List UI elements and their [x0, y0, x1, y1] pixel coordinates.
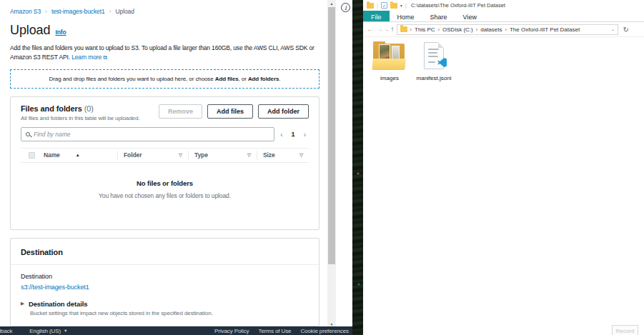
learn-more-link[interactable]: Learn more — [71, 54, 101, 61]
window-title: C:\datasets\The Oxford-IIIT Pet Dataset — [411, 2, 505, 9]
refresh-button[interactable]: ↻ — [623, 26, 629, 34]
column-name-label: Name — [44, 151, 60, 159]
desktop-wallpaper — [352, 0, 363, 335]
search-row: ‹ 1 › — [21, 127, 309, 141]
column-header-type[interactable]: Type ▽ — [188, 151, 257, 160]
aws-s3-upload-page: Amazon S3 › test-images-bucket1 › Upload… — [0, 0, 352, 335]
column-size-label: Size — [263, 151, 275, 159]
file-item-manifest-jsonl[interactable]: manifest.jsonl — [410, 40, 457, 81]
external-link-icon: ⧉ — [103, 54, 107, 61]
record-button[interactable]: Record — [612, 325, 638, 335]
file-item-images[interactable]: images — [366, 40, 413, 81]
address-item-datasets[interactable]: datasets — [480, 26, 502, 33]
empty-state-title: No files or folders — [21, 179, 309, 187]
filter-icon[interactable]: ▽ — [299, 152, 303, 158]
dropzone-period: . — [279, 76, 280, 82]
dropzone-or-text: , or — [239, 76, 248, 82]
address-chevron-icon[interactable]: › — [476, 26, 478, 33]
column-header-folder[interactable]: Folder ▽ — [117, 151, 188, 160]
page-number[interactable]: 1 — [292, 131, 295, 138]
window-folder-icon — [367, 3, 374, 9]
breadcrumb-current: Upload — [116, 8, 134, 15]
nav-history-dropdown-icon[interactable]: ⌄ — [385, 27, 389, 31]
select-all-checkbox[interactable] — [29, 152, 35, 159]
address-item-pet-dataset[interactable]: The Oxford-IIIT Pet Dataset — [510, 26, 580, 33]
column-folder-label: Folder — [124, 151, 142, 159]
screen: Amazon S3 › test-images-bucket1 › Upload… — [0, 0, 644, 335]
destination-bucket-link[interactable]: s3://test-images-bucket1 — [21, 284, 309, 291]
qat-dropdown-icon[interactable]: ▾ — [400, 4, 402, 8]
address-dropdown-icon[interactable]: ⌄ — [611, 27, 615, 31]
search-box — [21, 127, 274, 141]
page-fold-corner — [438, 42, 444, 48]
column-header-name[interactable]: Name ▲ — [42, 151, 117, 159]
jsonl-file-icon — [416, 40, 452, 73]
qat-properties-check-icon[interactable]: ✓ — [381, 2, 387, 9]
destination-card-title: Destination — [21, 248, 63, 256]
folder-front — [372, 59, 405, 70]
destination-card-body: Destination s3://test-images-bucket1 ▶ D… — [11, 265, 319, 326]
terms-of-use-link[interactable]: Terms of Use — [259, 328, 292, 334]
ribbon-tab-share[interactable]: Share — [422, 11, 455, 21]
address-chevron-icon[interactable]: › — [410, 26, 412, 33]
breadcrumb-link-amazon-s3[interactable]: Amazon S3 — [10, 8, 41, 15]
privacy-policy-link[interactable]: Privacy Policy — [214, 328, 249, 334]
scroll-up-icon[interactable]: ▲ — [327, 0, 336, 6]
add-folder-button[interactable]: Add folder — [258, 104, 309, 119]
destination-details-expander[interactable]: ▶ Destination details — [21, 300, 309, 308]
files-card-title: Files and folders (0) — [21, 104, 139, 113]
scroll-thumb[interactable] — [328, 7, 335, 264]
ribbon-tab-view[interactable]: View — [455, 11, 485, 21]
files-count: (0) — [84, 104, 94, 113]
select-all-cell — [21, 152, 42, 159]
qat-new-folder-icon[interactable] — [390, 3, 397, 9]
feedback-link[interactable]: Feedback — [0, 328, 12, 334]
address-chevron-icon[interactable]: › — [438, 26, 440, 33]
search-input[interactable] — [34, 131, 269, 138]
qat-separator: | — [377, 2, 378, 9]
files-and-folders-card: Files and folders (0) All files and fold… — [10, 96, 319, 230]
footer-links: Privacy Policy Terms of Use Cookie prefe… — [214, 328, 352, 334]
address-item-osdisk[interactable]: OSDisk (C:) — [442, 26, 473, 33]
aws-content: Amazon S3 › test-images-bucket1 › Upload… — [10, 6, 319, 335]
nav-back-button[interactable]: ← — [367, 26, 374, 33]
sort-asc-icon[interactable]: ▲ — [76, 153, 80, 157]
nav-forward-button[interactable]: → — [376, 26, 383, 33]
info-circle-icon: i — [341, 3, 350, 12]
explorer-titlebar[interactable]: | ✓ ▾ | C:\datasets\The Oxford-IIIT Pet … — [363, 0, 644, 11]
files-card-subtitle: All files and folders in this table will… — [21, 115, 139, 121]
file-label: manifest.jsonl — [417, 75, 452, 81]
remove-button[interactable]: Remove — [159, 104, 202, 119]
title-row: Upload Info — [10, 23, 319, 38]
ribbon-tab-home[interactable]: Home — [390, 11, 422, 21]
ribbon-tab-file[interactable]: File — [363, 11, 390, 21]
filter-icon[interactable]: ▽ — [179, 152, 182, 158]
info-link[interactable]: Info — [55, 29, 66, 36]
search-icon — [26, 132, 30, 136]
cookie-preferences-link[interactable]: Cookie preferences — [300, 328, 349, 334]
explorer-content[interactable]: images manifest.jsonl Record — [363, 37, 644, 335]
file-explorer-window: | ✓ ▾ | C:\datasets\The Oxford-IIIT Pet … — [363, 0, 644, 335]
next-page-button[interactable]: › — [303, 130, 306, 139]
add-files-button[interactable]: Add files — [207, 104, 253, 119]
caret-down-icon: ▼ — [64, 329, 67, 333]
destination-details-title: Destination details — [29, 300, 88, 308]
column-header-size[interactable]: Size ▽ — [257, 151, 309, 160]
filter-icon[interactable]: ▽ — [247, 152, 251, 158]
navigation-bar: ← → ⌄ ↑ › This PC › OSDisk (C:) › datase… — [363, 22, 644, 37]
destination-card-header: Destination — [11, 239, 319, 265]
page-scrollbar[interactable]: ▲ ▼ — [327, 0, 336, 327]
address-bar[interactable]: › This PC › OSDisk (C:) › datasets › The… — [397, 24, 618, 35]
language-selector[interactable]: English (US) ▼ — [29, 328, 67, 334]
address-item-this-pc[interactable]: This PC — [415, 26, 435, 33]
files-card-header: Files and folders (0) All files and fold… — [21, 104, 309, 121]
address-chevron-icon[interactable]: › — [505, 26, 507, 33]
page-title: Upload — [10, 23, 50, 38]
expander-arrow-icon: ▶ — [21, 301, 24, 306]
images-folder-icon — [372, 40, 407, 73]
upload-dropzone[interactable]: Drag and drop files and folders you want… — [10, 69, 319, 89]
nav-up-button[interactable]: ↑ — [391, 26, 395, 33]
breadcrumb-link-bucket[interactable]: test-images-bucket1 — [51, 8, 105, 15]
prev-page-button[interactable]: ‹ — [280, 130, 283, 139]
language-label: English (US) — [29, 328, 61, 334]
